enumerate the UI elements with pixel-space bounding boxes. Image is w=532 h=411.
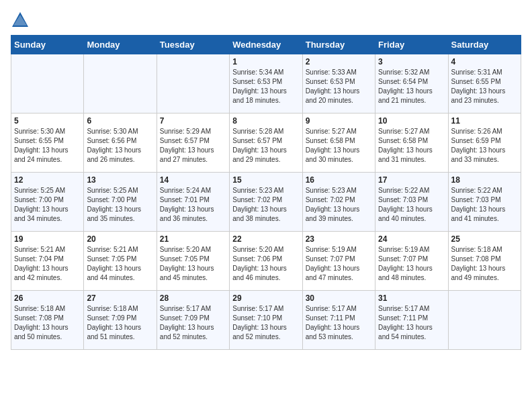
- day-number: 5: [14, 116, 81, 126]
- day-number: 8: [232, 116, 299, 126]
- calendar-cell: [84, 54, 157, 113]
- day-number: 15: [232, 175, 299, 185]
- day-number: 29: [232, 293, 299, 303]
- calendar-cell: [157, 54, 229, 113]
- cell-content: Sunrise: 5:27 AM Sunset: 6:58 PM Dayligh…: [306, 127, 372, 165]
- calendar-cell: 20Sunrise: 5:21 AM Sunset: 7:05 PM Dayli…: [84, 232, 157, 291]
- calendar-cell: 7Sunrise: 5:29 AM Sunset: 6:57 PM Daylig…: [157, 113, 229, 173]
- calendar-cell: 13Sunrise: 5:25 AM Sunset: 7:00 PM Dayli…: [84, 173, 157, 232]
- day-number: 24: [378, 234, 445, 244]
- cell-content: Sunrise: 5:31 AM Sunset: 6:55 PM Dayligh…: [451, 68, 518, 105]
- cell-content: Sunrise: 5:28 AM Sunset: 6:57 PM Dayligh…: [232, 127, 299, 165]
- week-row-1: 1Sunrise: 5:34 AM Sunset: 6:53 PM Daylig…: [11, 54, 521, 113]
- day-header-tuesday: Tuesday: [157, 36, 229, 54]
- day-number: 13: [87, 175, 153, 185]
- calendar-cell: 10Sunrise: 5:27 AM Sunset: 6:58 PM Dayli…: [375, 113, 448, 173]
- calendar-cell: 9Sunrise: 5:27 AM Sunset: 6:58 PM Daylig…: [302, 113, 375, 173]
- day-number: 26: [14, 293, 81, 303]
- calendar-cell: 26Sunrise: 5:18 AM Sunset: 7:08 PM Dayli…: [11, 291, 84, 350]
- calendar-cell: 5Sunrise: 5:30 AM Sunset: 6:55 PM Daylig…: [11, 113, 84, 173]
- day-number: 22: [232, 234, 299, 244]
- calendar-cell: 12Sunrise: 5:25 AM Sunset: 7:00 PM Dayli…: [11, 173, 84, 232]
- week-row-3: 12Sunrise: 5:25 AM Sunset: 7:00 PM Dayli…: [11, 173, 521, 232]
- cell-content: Sunrise: 5:22 AM Sunset: 7:03 PM Dayligh…: [378, 186, 445, 224]
- day-number: 14: [160, 175, 226, 185]
- calendar-header-row: SundayMondayTuesdayWednesdayThursdayFrid…: [11, 36, 521, 54]
- day-number: 30: [306, 293, 372, 303]
- calendar-cell: [11, 54, 84, 113]
- calendar-cell: 2Sunrise: 5:33 AM Sunset: 6:53 PM Daylig…: [302, 54, 375, 113]
- cell-content: Sunrise: 5:18 AM Sunset: 7:08 PM Dayligh…: [451, 245, 518, 283]
- day-number: 20: [87, 234, 153, 244]
- calendar-cell: 17Sunrise: 5:22 AM Sunset: 7:03 PM Dayli…: [375, 173, 448, 232]
- calendar-cell: 6Sunrise: 5:30 AM Sunset: 6:56 PM Daylig…: [84, 113, 157, 173]
- day-number: 28: [160, 293, 226, 303]
- day-number: 23: [306, 234, 372, 244]
- day-number: 4: [451, 57, 518, 66]
- calendar-cell: 22Sunrise: 5:20 AM Sunset: 7:06 PM Dayli…: [230, 232, 302, 291]
- cell-content: Sunrise: 5:17 AM Sunset: 7:11 PM Dayligh…: [378, 304, 445, 342]
- cell-content: Sunrise: 5:17 AM Sunset: 7:11 PM Dayligh…: [306, 304, 372, 342]
- calendar-cell: 16Sunrise: 5:23 AM Sunset: 7:02 PM Dayli…: [302, 173, 375, 232]
- calendar-cell: 28Sunrise: 5:17 AM Sunset: 7:09 PM Dayli…: [157, 291, 229, 350]
- week-row-2: 5Sunrise: 5:30 AM Sunset: 6:55 PM Daylig…: [11, 113, 521, 173]
- cell-content: Sunrise: 5:23 AM Sunset: 7:02 PM Dayligh…: [306, 186, 372, 224]
- day-number: 25: [451, 234, 518, 244]
- calendar-cell: 11Sunrise: 5:26 AM Sunset: 6:59 PM Dayli…: [448, 113, 521, 173]
- day-number: 7: [160, 116, 226, 126]
- cell-content: Sunrise: 5:18 AM Sunset: 7:08 PM Dayligh…: [14, 304, 81, 342]
- calendar-cell: 8Sunrise: 5:28 AM Sunset: 6:57 PM Daylig…: [230, 113, 302, 173]
- day-number: 10: [378, 116, 445, 126]
- day-number: 31: [378, 293, 445, 303]
- cell-content: Sunrise: 5:30 AM Sunset: 6:55 PM Dayligh…: [14, 127, 81, 165]
- day-header-saturday: Saturday: [448, 36, 521, 54]
- calendar-cell: 18Sunrise: 5:22 AM Sunset: 7:03 PM Dayli…: [448, 173, 521, 232]
- day-header-wednesday: Wednesday: [230, 36, 302, 54]
- day-number: 27: [87, 293, 153, 303]
- cell-content: Sunrise: 5:20 AM Sunset: 7:06 PM Dayligh…: [232, 245, 299, 283]
- day-number: 6: [87, 116, 153, 126]
- cell-content: Sunrise: 5:21 AM Sunset: 7:04 PM Dayligh…: [14, 245, 81, 283]
- cell-content: Sunrise: 5:19 AM Sunset: 7:07 PM Dayligh…: [306, 245, 372, 283]
- day-number: 11: [451, 116, 518, 126]
- calendar-cell: 14Sunrise: 5:24 AM Sunset: 7:01 PM Dayli…: [157, 173, 229, 232]
- calendar-cell: 27Sunrise: 5:18 AM Sunset: 7:09 PM Dayli…: [84, 291, 157, 350]
- day-header-sunday: Sunday: [11, 36, 84, 54]
- calendar-table: SundayMondayTuesdayWednesdayThursdayFrid…: [11, 35, 521, 350]
- day-number: 1: [232, 57, 299, 66]
- calendar-cell: 4Sunrise: 5:31 AM Sunset: 6:55 PM Daylig…: [448, 54, 521, 113]
- week-row-4: 19Sunrise: 5:21 AM Sunset: 7:04 PM Dayli…: [11, 232, 521, 291]
- calendar-cell: 30Sunrise: 5:17 AM Sunset: 7:11 PM Dayli…: [302, 291, 375, 350]
- day-header-monday: Monday: [84, 36, 157, 54]
- calendar-cell: 24Sunrise: 5:19 AM Sunset: 7:07 PM Dayli…: [375, 232, 448, 291]
- day-number: 12: [14, 175, 81, 185]
- cell-content: Sunrise: 5:26 AM Sunset: 6:59 PM Dayligh…: [451, 127, 518, 165]
- day-number: 17: [378, 175, 445, 185]
- calendar-cell: 21Sunrise: 5:20 AM Sunset: 7:05 PM Dayli…: [157, 232, 229, 291]
- cell-content: Sunrise: 5:23 AM Sunset: 7:02 PM Dayligh…: [232, 186, 299, 224]
- day-number: 9: [306, 116, 372, 126]
- cell-content: Sunrise: 5:25 AM Sunset: 7:00 PM Dayligh…: [87, 186, 153, 224]
- cell-content: Sunrise: 5:22 AM Sunset: 7:03 PM Dayligh…: [451, 186, 518, 224]
- logo-icon: [11, 11, 30, 30]
- cell-content: Sunrise: 5:21 AM Sunset: 7:05 PM Dayligh…: [87, 245, 153, 283]
- cell-content: Sunrise: 5:17 AM Sunset: 7:09 PM Dayligh…: [160, 304, 226, 342]
- logo: [11, 11, 32, 30]
- calendar-cell: [448, 291, 521, 350]
- cell-content: Sunrise: 5:25 AM Sunset: 7:00 PM Dayligh…: [14, 186, 81, 224]
- cell-content: Sunrise: 5:29 AM Sunset: 6:57 PM Dayligh…: [160, 127, 226, 165]
- day-number: 18: [451, 175, 518, 185]
- cell-content: Sunrise: 5:18 AM Sunset: 7:09 PM Dayligh…: [87, 304, 153, 342]
- cell-content: Sunrise: 5:20 AM Sunset: 7:05 PM Dayligh…: [160, 245, 226, 283]
- cell-content: Sunrise: 5:33 AM Sunset: 6:53 PM Dayligh…: [306, 68, 372, 105]
- calendar-cell: 3Sunrise: 5:32 AM Sunset: 6:54 PM Daylig…: [375, 54, 448, 113]
- calendar-cell: 15Sunrise: 5:23 AM Sunset: 7:02 PM Dayli…: [230, 173, 302, 232]
- cell-content: Sunrise: 5:27 AM Sunset: 6:58 PM Dayligh…: [378, 127, 445, 165]
- cell-content: Sunrise: 5:24 AM Sunset: 7:01 PM Dayligh…: [160, 186, 226, 224]
- cell-content: Sunrise: 5:34 AM Sunset: 6:53 PM Dayligh…: [232, 68, 299, 105]
- calendar-cell: 1Sunrise: 5:34 AM Sunset: 6:53 PM Daylig…: [230, 54, 302, 113]
- day-header-friday: Friday: [375, 36, 448, 54]
- calendar-cell: 25Sunrise: 5:18 AM Sunset: 7:08 PM Dayli…: [448, 232, 521, 291]
- day-number: 16: [306, 175, 372, 185]
- day-number: 3: [378, 57, 445, 66]
